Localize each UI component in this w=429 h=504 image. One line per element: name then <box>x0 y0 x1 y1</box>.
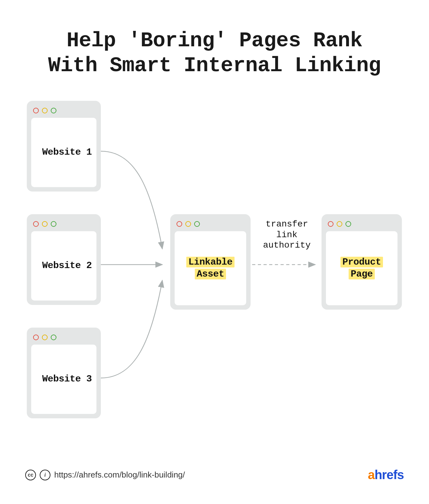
close-icon <box>33 108 39 113</box>
product-page-window: ProductPage <box>322 214 402 310</box>
window-controls <box>326 219 397 231</box>
maximize-icon <box>345 221 351 227</box>
minimize-icon <box>42 335 48 340</box>
linkable-asset-window: LinkableAsset <box>170 214 251 310</box>
website-1-window: Website 1 <box>27 101 101 192</box>
website-2-label: Website 2 <box>36 260 92 272</box>
minimize-icon <box>42 108 48 113</box>
close-icon <box>328 221 333 227</box>
window-controls <box>31 332 96 345</box>
diagram-footer: cc i https://ahrefs.com/blog/link-buildi… <box>25 468 404 482</box>
maximize-icon <box>194 221 200 227</box>
attribution-icon: i <box>40 470 50 480</box>
maximize-icon <box>51 108 56 113</box>
minimize-icon <box>185 221 191 227</box>
arrow-website1-to-asset <box>101 151 162 249</box>
window-controls <box>31 219 96 231</box>
cc-icon: cc <box>25 470 36 480</box>
title-line-2: With Smart Internal Linking <box>0 53 429 78</box>
window-controls <box>31 105 96 118</box>
close-icon <box>33 221 39 227</box>
product-page-label: ProductPage <box>340 256 383 280</box>
minimize-icon <box>337 221 342 227</box>
close-icon <box>33 335 39 340</box>
website-3-window: Website 3 <box>27 328 101 418</box>
footer-attribution: cc i https://ahrefs.com/blog/link-buildi… <box>25 470 185 480</box>
ahrefs-logo: ahrefs <box>368 468 404 482</box>
website-2-window: Website 2 <box>27 214 101 305</box>
close-icon <box>177 221 182 227</box>
diagram-title: Help 'Boring' Pages Rank With Smart Inte… <box>0 28 429 78</box>
linkable-asset-label: LinkableAsset <box>186 256 234 280</box>
maximize-icon <box>51 221 56 227</box>
website-1-label: Website 1 <box>36 146 92 158</box>
footer-url: https://ahrefs.com/blog/link-building/ <box>54 470 185 480</box>
title-line-1: Help 'Boring' Pages Rank <box>0 28 429 53</box>
arrow-website3-to-asset <box>101 280 162 378</box>
minimize-icon <box>42 221 48 227</box>
window-controls <box>175 219 246 231</box>
transfer-annotation: transfer link authority <box>254 219 320 251</box>
maximize-icon <box>51 335 56 340</box>
website-3-label: Website 3 <box>36 373 92 385</box>
